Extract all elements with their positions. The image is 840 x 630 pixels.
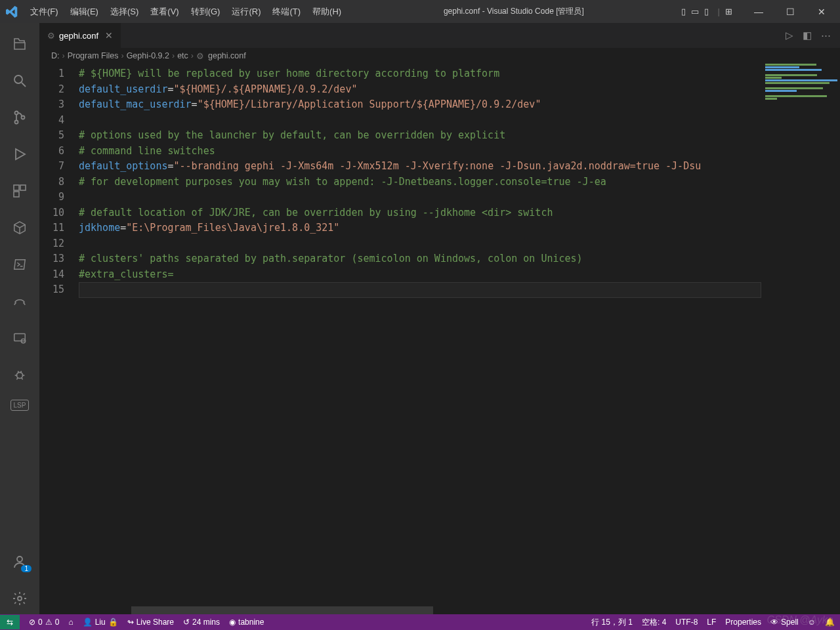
svg-point-17 (17, 556, 22, 562)
menu-run[interactable]: 运行(R) (226, 3, 266, 20)
editor-actions: ▷ ◧ ⋯ (786, 23, 840, 48)
breadcrumb[interactable]: D:› Program Files› Gephi-0.9.2› etc› ⚙ g… (39, 48, 840, 64)
svg-rect-5 (14, 185, 19, 190)
close-tab-icon[interactable]: ✕ (105, 30, 113, 41)
encoding[interactable]: UTF-8 (675, 618, 698, 627)
error-icon: ⊘ (29, 618, 35, 627)
settings-gear-icon[interactable] (4, 583, 35, 614)
menu-selection[interactable]: 选择(S) (105, 3, 144, 20)
indentation[interactable]: 空格: 4 (642, 617, 666, 628)
svg-point-10 (16, 372, 22, 378)
tabnine-icon: ◉ (229, 618, 236, 627)
title-bar: 文件(F) 编辑(E) 选择(S) 查看(V) 转到(G) 运行(R) 终端(T… (0, 0, 840, 23)
liveshare-icon[interactable] (4, 285, 35, 317)
minimize-button[interactable]: — (746, 2, 772, 22)
menu-file[interactable]: 文件(F) (25, 3, 64, 20)
user-indicator[interactable]: 👤Liu 🔒 (83, 618, 118, 627)
person-icon: 👤 (83, 618, 93, 627)
liveshare-small-icon: ↬ (127, 618, 134, 627)
menu-terminal[interactable]: 终端(T) (267, 3, 306, 20)
breadcrumb-item[interactable]: Program Files (68, 51, 119, 60)
menu-view[interactable]: 查看(V) (145, 3, 184, 20)
line-number-gutter: 123456789101112131415 (39, 64, 79, 614)
panel-bottom-icon[interactable]: ▭ (691, 7, 699, 16)
package-icon[interactable] (4, 212, 35, 243)
settings-file-icon: ⚙ (196, 51, 204, 61)
remote-explorer-icon[interactable] (4, 322, 35, 354)
tab-label: gephi.conf (59, 31, 98, 41)
explorer-icon[interactable] (4, 28, 35, 60)
text-editor[interactable]: # ${HOME} will be replaced by user home … (79, 64, 761, 614)
svg-rect-8 (14, 334, 26, 341)
lock-icon: 🔒 (108, 618, 118, 627)
settings-file-icon: ⚙ (47, 31, 55, 41)
layout-controls: ▯ ▭ ▯ | ⊞ (681, 7, 732, 16)
extensions-icon[interactable] (4, 175, 35, 207)
menu-go[interactable]: 转到(G) (186, 3, 226, 20)
tab-gephi-conf[interactable]: ⚙ gephi.conf ✕ (39, 23, 121, 48)
remote-indicator[interactable]: ⇆ (0, 615, 20, 629)
search-icon[interactable] (4, 65, 35, 96)
accounts-icon[interactable]: 1 (4, 546, 35, 578)
breadcrumb-item[interactable]: D: (51, 51, 60, 60)
customize-layout-icon[interactable]: ⊞ (725, 7, 732, 16)
run-debug-icon[interactable] (4, 138, 35, 170)
svg-line-16 (22, 378, 23, 380)
timer-indicator[interactable]: ↺24 mins (183, 618, 220, 627)
close-button[interactable]: ✕ (808, 2, 835, 22)
minimap[interactable] (761, 64, 840, 614)
svg-line-15 (16, 378, 18, 380)
svg-line-1 (22, 83, 26, 87)
powershell-icon[interactable] (4, 249, 35, 280)
problems-indicator[interactable]: ⊘0 ⚠0 (29, 618, 59, 627)
liveshare-indicator[interactable]: ↬Live Share (127, 618, 174, 627)
split-editor-icon[interactable]: ◧ (803, 30, 812, 41)
breadcrumb-item[interactable]: etc (177, 51, 188, 60)
watermark: CSDN @Ayka (767, 614, 833, 626)
lsp-icon[interactable]: LSP (10, 400, 30, 411)
more-actions-icon[interactable]: ⋯ (821, 30, 831, 41)
run-icon[interactable]: ▷ (786, 30, 793, 41)
warning-icon: ⚠ (45, 618, 52, 627)
editor[interactable]: 123456789101112131415 # ${HOME} will be … (39, 64, 840, 614)
language-mode[interactable]: Properties (725, 618, 761, 627)
svg-rect-7 (14, 192, 19, 197)
clock-icon: ↺ (183, 618, 190, 627)
breadcrumb-item[interactable]: Gephi-0.9.2 (127, 51, 169, 60)
window-controls: — ☐ ✕ (746, 2, 835, 22)
horizontal-scrollbar[interactable] (131, 606, 433, 614)
breadcrumb-item[interactable]: gephi.conf (208, 51, 246, 60)
bug-icon[interactable] (4, 359, 35, 390)
svg-point-0 (14, 75, 22, 83)
tab-bar: ⚙ gephi.conf ✕ ▷ ◧ ⋯ (39, 23, 840, 48)
svg-point-4 (22, 116, 25, 119)
remote-icon: ⇆ (7, 618, 13, 627)
maximize-button[interactable]: ☐ (777, 2, 803, 22)
menu-bar: 文件(F) 编辑(E) 选择(S) 查看(V) 转到(G) 运行(R) 终端(T… (25, 3, 346, 20)
panel-left-icon[interactable]: ▯ (681, 7, 686, 16)
tabnine-indicator[interactable]: ◉tabnine (229, 618, 264, 627)
cursor-position[interactable]: 行 15，列 1 (591, 617, 633, 628)
svg-point-2 (15, 112, 18, 115)
svg-point-3 (15, 121, 18, 124)
menu-edit[interactable]: 编辑(E) (65, 3, 104, 20)
panel-right-icon[interactable]: ▯ (704, 7, 709, 16)
source-control-icon[interactable] (4, 102, 35, 133)
status-bar: ⇆ ⊘0 ⚠0 ⌂ 👤Liu 🔒 ↬Live Share ↺24 mins ◉t… (0, 614, 840, 630)
editor-group: ⚙ gephi.conf ✕ ▷ ◧ ⋯ D:› Program Files› … (39, 23, 840, 614)
window-title: gephi.conf - Visual Studio Code [管理员] (346, 6, 681, 17)
eol[interactable]: LF (707, 618, 716, 627)
activity-bar: LSP 1 (0, 23, 39, 614)
vscode-logo-icon (5, 5, 18, 18)
menu-help[interactable]: 帮助(H) (307, 3, 346, 20)
home-icon[interactable]: ⌂ (68, 618, 73, 627)
svg-point-18 (18, 597, 22, 600)
svg-rect-6 (20, 185, 26, 190)
